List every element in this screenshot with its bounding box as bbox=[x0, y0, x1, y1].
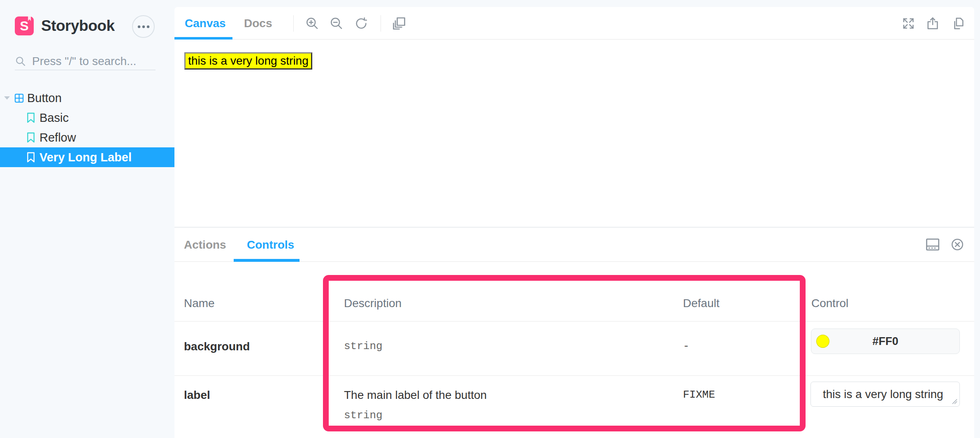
story-tree: Button Basic Reflow Very Long Label bbox=[0, 88, 174, 167]
bookmark-icon bbox=[26, 151, 35, 163]
tree-item-very-long-label[interactable]: Very Long Label bbox=[0, 147, 174, 167]
copy-icon bbox=[951, 16, 965, 30]
color-value: #FF0 bbox=[872, 335, 898, 348]
component-icon bbox=[14, 93, 25, 104]
tab-actions[interactable]: Actions bbox=[184, 228, 226, 262]
fullscreen-icon bbox=[901, 16, 915, 30]
tree-item-reflow[interactable]: Reflow bbox=[0, 128, 174, 147]
zoom-in-button[interactable] bbox=[302, 7, 322, 40]
addons-tab-bar: Actions Controls bbox=[174, 228, 974, 262]
brand: S Storybook bbox=[15, 14, 114, 38]
reset-zoom-button[interactable] bbox=[351, 7, 371, 40]
storybook-logo-icon: S bbox=[15, 16, 34, 35]
bookmark-icon bbox=[26, 112, 35, 123]
tree-item-label: Button bbox=[27, 91, 62, 105]
arg-description: The main label of the button bbox=[344, 389, 487, 402]
search-placeholder: Press "/" to search... bbox=[32, 55, 136, 68]
tree-item-label: Basic bbox=[39, 111, 69, 125]
ellipsis-icon bbox=[137, 25, 150, 28]
close-panel-button[interactable] bbox=[946, 233, 968, 256]
tree-item-button[interactable]: Button bbox=[0, 88, 174, 108]
canvas-toolbar: Canvas Docs bbox=[174, 7, 974, 40]
arg-name: label bbox=[184, 389, 210, 402]
tree-item-label: Very Long Label bbox=[39, 151, 132, 164]
bookmark-icon bbox=[26, 132, 35, 143]
arg-name: background bbox=[184, 340, 250, 353]
story-preview-button[interactable]: this is a very long string bbox=[184, 52, 312, 70]
caret-down-icon[interactable] bbox=[4, 96, 10, 100]
close-circle-icon bbox=[950, 238, 964, 252]
zoom-in-icon bbox=[305, 16, 319, 30]
sidebar: S Storybook Press "/" to search... Butto… bbox=[0, 0, 174, 438]
arg-default: FIXME bbox=[683, 389, 715, 401]
column-header-default: Default bbox=[683, 297, 720, 310]
toolbar-divider bbox=[381, 15, 381, 32]
reset-zoom-icon bbox=[354, 16, 368, 30]
tab-docs[interactable]: Docs bbox=[244, 7, 272, 40]
search-icon bbox=[15, 56, 26, 67]
background-color-control[interactable]: #FF0 bbox=[811, 328, 960, 354]
logo-letter: S bbox=[20, 19, 28, 34]
panel-bottom-icon bbox=[925, 238, 941, 252]
search-input[interactable]: Press "/" to search... bbox=[15, 52, 156, 71]
zoom-out-icon bbox=[330, 16, 344, 30]
resize-grip-icon[interactable] bbox=[951, 398, 957, 404]
search-underline bbox=[15, 70, 156, 70]
label-text-value: this is a very long string bbox=[823, 388, 943, 401]
main-panel: Canvas Docs bbox=[174, 7, 974, 438]
arg-type: string bbox=[344, 409, 383, 422]
label-text-control[interactable]: this is a very long string bbox=[810, 382, 960, 407]
toolbar-divider bbox=[293, 15, 294, 32]
share-button[interactable] bbox=[923, 7, 943, 40]
table-divider bbox=[174, 375, 974, 376]
arg-default: - bbox=[683, 340, 690, 352]
color-swatch[interactable] bbox=[816, 335, 829, 348]
arg-type: string bbox=[344, 340, 383, 352]
share-icon bbox=[926, 16, 940, 30]
tab-controls[interactable]: Controls bbox=[247, 228, 294, 262]
panel-position-button[interactable] bbox=[922, 233, 944, 256]
tree-item-basic[interactable]: Basic bbox=[0, 108, 174, 128]
column-header-name: Name bbox=[184, 297, 215, 310]
column-header-description: Description bbox=[344, 297, 402, 310]
zoom-out-button[interactable] bbox=[327, 7, 346, 40]
tree-item-label: Reflow bbox=[39, 131, 76, 144]
copy-link-button[interactable] bbox=[948, 7, 968, 40]
column-header-control: Control bbox=[811, 297, 848, 310]
app-title: Storybook bbox=[41, 17, 114, 35]
table-divider bbox=[174, 321, 974, 322]
active-tab-underline bbox=[174, 37, 232, 40]
stacked-frames-icon bbox=[392, 16, 406, 31]
change-background-button[interactable] bbox=[389, 7, 409, 40]
active-tab-underline bbox=[234, 259, 300, 262]
fullscreen-button[interactable] bbox=[899, 7, 918, 40]
tab-canvas[interactable]: Canvas bbox=[185, 7, 226, 40]
sidebar-menu-button[interactable] bbox=[132, 15, 155, 38]
